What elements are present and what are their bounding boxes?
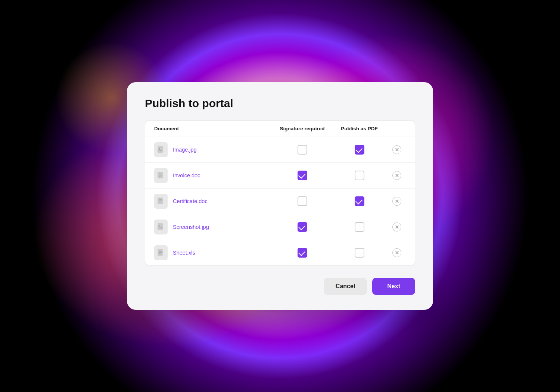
remove-cell[interactable] <box>388 248 406 257</box>
doc-file-icon <box>157 249 165 257</box>
cancel-button[interactable]: Cancel <box>324 278 367 295</box>
remove-button[interactable] <box>392 145 401 154</box>
publish-as-pdf-cell[interactable] <box>331 196 388 206</box>
doc-file-icon <box>157 197 165 205</box>
table-row: Certificate.doc <box>145 189 415 214</box>
image-file-icon <box>157 223 165 231</box>
doc-icon-file <box>154 245 168 260</box>
remove-button[interactable] <box>392 197 401 206</box>
table-row: Image.jpg <box>145 137 415 163</box>
remove-cell[interactable] <box>388 197 406 206</box>
remove-button[interactable] <box>392 248 401 257</box>
doc-icon-file <box>154 194 168 209</box>
table-row: Invoice.doc <box>145 163 415 189</box>
col-header-pdf: Publish as PDF <box>331 126 388 131</box>
remove-cell[interactable] <box>388 223 406 231</box>
svg-point-1 <box>159 148 160 149</box>
svg-rect-0 <box>158 146 163 153</box>
signature-required-cell[interactable] <box>274 171 331 180</box>
doc-name: Sheet.xls <box>173 250 195 256</box>
remove-cell[interactable] <box>388 145 406 154</box>
publish-as-pdf-cell[interactable] <box>331 248 388 258</box>
signature-required-cell[interactable] <box>274 145 331 155</box>
signature-required-checkbox[interactable] <box>298 171 307 180</box>
publish-as-pdf-checkbox[interactable] <box>355 248 364 258</box>
table-row: Screenshot.jpg <box>145 214 415 240</box>
documents-table: Document Signature required Publish as P… <box>145 120 415 266</box>
signature-required-cell[interactable] <box>274 248 331 258</box>
doc-cell: Image.jpg <box>154 142 274 157</box>
signature-required-checkbox[interactable] <box>298 145 307 155</box>
dialog-title: Publish to portal <box>145 97 415 110</box>
svg-rect-10 <box>158 223 163 230</box>
col-header-actions <box>388 126 406 131</box>
publish-as-pdf-checkbox[interactable] <box>355 222 364 232</box>
signature-required-checkbox[interactable] <box>298 248 307 258</box>
image-file-icon <box>157 146 165 154</box>
table-row: Sheet.xls <box>145 240 415 265</box>
doc-name: Certificate.doc <box>173 198 208 204</box>
doc-file-icon <box>157 171 165 180</box>
col-header-document: Document <box>154 126 274 131</box>
publish-as-pdf-cell[interactable] <box>331 222 388 232</box>
doc-icon-image <box>154 142 168 157</box>
remove-button[interactable] <box>392 171 401 180</box>
publish-as-pdf-cell[interactable] <box>331 145 388 155</box>
remove-button[interactable] <box>392 223 401 231</box>
doc-icon-file <box>154 168 168 183</box>
signature-required-cell[interactable] <box>274 222 331 232</box>
doc-cell: Certificate.doc <box>154 194 274 209</box>
publish-to-portal-dialog: Publish to portal Document Signature req… <box>127 82 433 310</box>
table-header: Document Signature required Publish as P… <box>145 121 415 137</box>
svg-point-11 <box>159 225 160 227</box>
signature-required-cell[interactable] <box>274 196 331 206</box>
doc-icon-image <box>154 220 168 234</box>
doc-name: Screenshot.jpg <box>173 224 209 230</box>
dialog-footer: Cancel Next <box>145 278 415 295</box>
publish-as-pdf-checkbox[interactable] <box>355 171 364 180</box>
doc-name: Invoice.doc <box>173 172 200 178</box>
doc-cell: Sheet.xls <box>154 245 274 260</box>
publish-as-pdf-cell[interactable] <box>331 171 388 180</box>
col-header-signature: Signature required <box>274 126 331 131</box>
next-button[interactable]: Next <box>372 278 415 295</box>
doc-name: Image.jpg <box>173 147 197 153</box>
remove-cell[interactable] <box>388 171 406 180</box>
doc-cell: Invoice.doc <box>154 168 274 183</box>
doc-cell: Screenshot.jpg <box>154 220 274 234</box>
signature-required-checkbox[interactable] <box>298 196 307 206</box>
publish-as-pdf-checkbox[interactable] <box>355 145 364 155</box>
publish-as-pdf-checkbox[interactable] <box>355 196 364 206</box>
signature-required-checkbox[interactable] <box>298 222 307 232</box>
